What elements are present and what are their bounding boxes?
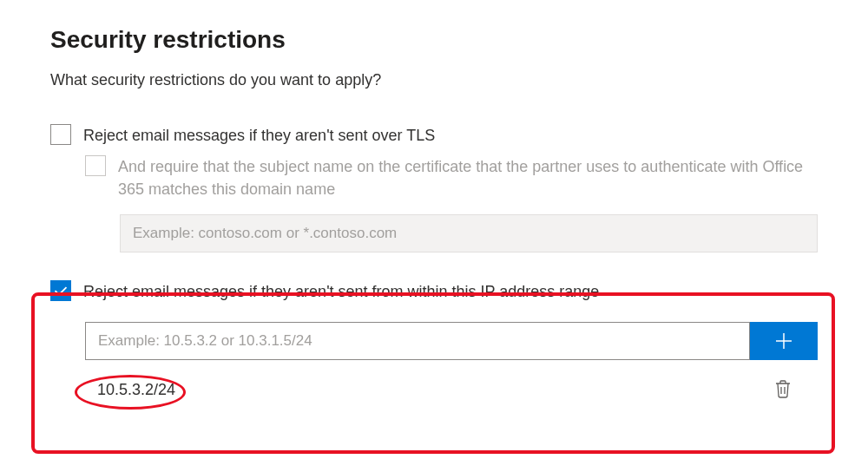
reject-non-tls-checkbox[interactable]: [50, 124, 71, 145]
require-cert-subject-label: And require that the subject name on the…: [118, 155, 818, 200]
add-ip-button[interactable]: [750, 322, 818, 360]
ip-range-input[interactable]: [85, 322, 750, 360]
plus-icon: [773, 331, 794, 351]
page-subtitle: What security restrictions do you want t…: [50, 71, 818, 89]
cert-domain-input: [120, 214, 818, 252]
ip-entry-value: 10.5.3.2/24: [97, 381, 175, 398]
check-icon: [54, 284, 68, 298]
delete-ip-button[interactable]: [771, 376, 795, 404]
require-cert-subject-checkbox: [85, 155, 106, 176]
ip-entry: 10.5.3.2/24: [85, 381, 175, 399]
reject-outside-ip-label: Reject email messages if they aren't sen…: [83, 280, 599, 303]
reject-non-tls-label: Reject email messages if they aren't sen…: [83, 124, 435, 147]
page-title: Security restrictions: [50, 26, 818, 54]
trash-icon: [774, 379, 792, 398]
reject-outside-ip-checkbox[interactable]: [50, 280, 71, 301]
